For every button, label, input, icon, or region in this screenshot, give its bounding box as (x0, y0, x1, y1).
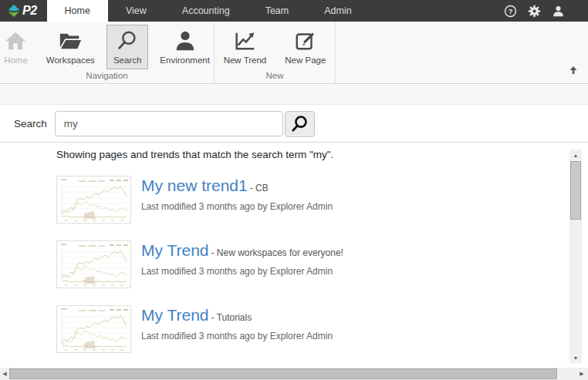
ribbon-group-new: New Trend New Page New (215, 22, 336, 83)
search-icon (290, 114, 309, 133)
ribbon-lower-strip (0, 85, 588, 105)
search-results-area: Showing pages and trends that match the … (0, 143, 588, 380)
settings-gear-icon[interactable] (528, 5, 541, 18)
p2-logo: P2 (0, 0, 47, 22)
new-page-icon (294, 29, 317, 52)
result-row-3[interactable]: My Trend - Tutorials Last modified 3 mon… (56, 305, 588, 353)
workspaces-folder-icon (58, 29, 83, 52)
p2-logo-mark (7, 4, 21, 18)
ribbon-group-label-new: New (215, 69, 335, 83)
search-input[interactable] (55, 111, 283, 136)
horizontal-scrollbar[interactable]: ◀ ▶ (0, 368, 588, 380)
result-meta: Last modified 3 months ago by Explorer A… (141, 331, 333, 341)
svg-text:?: ? (509, 7, 513, 15)
collapse-ribbon-button[interactable] (569, 64, 578, 78)
environment-button[interactable]: Environment (153, 25, 217, 69)
top-menu-bar: P2 Home View Accounting Team Admin ? (0, 0, 588, 22)
workspaces-button[interactable]: Workspaces (39, 25, 102, 69)
new-trend-button[interactable]: New Trend (217, 25, 274, 69)
scroll-left-arrow-icon[interactable]: ◀ (0, 368, 9, 380)
collapse-ribbon-arrow-icon (569, 66, 578, 75)
search-submit-button[interactable] (285, 111, 315, 137)
user-icon[interactable] (552, 5, 565, 18)
result-subtitle: - CB (250, 183, 269, 193)
tab-view[interactable]: View (108, 0, 164, 22)
horizontal-scrollbar-thumb[interactable] (9, 368, 557, 379)
home-button[interactable]: Home (0, 25, 35, 69)
tab-admin[interactable]: Admin (306, 0, 369, 22)
scroll-up-arrow-icon[interactable]: ▲ (569, 150, 582, 160)
ribbon-group-label-navigation: Navigation (0, 69, 214, 83)
vertical-scrollbar-thumb[interactable] (570, 161, 581, 220)
ribbon-group-navigation: Home Workspaces Search (0, 22, 215, 83)
ribbon-toolbar: Home Workspaces Search (0, 22, 588, 84)
scroll-down-arrow-icon[interactable]: ▼ (569, 352, 582, 363)
trend-thumbnail[interactable] (56, 240, 131, 288)
home-icon (4, 29, 27, 52)
tab-home[interactable]: Home (47, 0, 108, 22)
result-meta: Last modified 3 months ago by Explorer A… (141, 201, 333, 212)
result-title[interactable]: My new trend1 (141, 177, 248, 195)
result-row-2[interactable]: My Trend - New workspaces for everyone! … (56, 240, 588, 288)
result-subtitle: - New workspaces for everyone! (211, 247, 343, 258)
trend-thumbnail[interactable] (56, 305, 131, 353)
result-meta: Last modified 3 months ago by Explorer A… (141, 266, 343, 277)
trend-thumbnail[interactable] (56, 176, 131, 224)
environment-person-icon (174, 29, 197, 52)
scroll-right-arrow-icon[interactable]: ▶ (577, 368, 586, 380)
result-title[interactable]: My Trend (141, 241, 209, 260)
search-button-ribbon[interactable]: Search (106, 25, 148, 69)
result-subtitle: - Tutorials (211, 312, 252, 323)
result-row-1[interactable]: My new trend1 - CB Last modified 3 month… (56, 176, 588, 224)
search-panel: Search (0, 106, 588, 143)
new-page-button[interactable]: New Page (278, 25, 333, 69)
new-trend-icon (232, 29, 257, 52)
logo-text: P2 (22, 4, 37, 18)
vertical-scrollbar[interactable]: ▲ ▼ (569, 150, 582, 363)
search-label: Search (14, 118, 47, 129)
tab-accounting[interactable]: Accounting (164, 0, 248, 22)
results-header: Showing pages and trends that match the … (56, 149, 588, 160)
result-title[interactable]: My Trend (141, 306, 209, 325)
help-icon[interactable]: ? (504, 5, 517, 18)
search-icon (116, 29, 139, 52)
tab-team[interactable]: Team (248, 0, 307, 22)
